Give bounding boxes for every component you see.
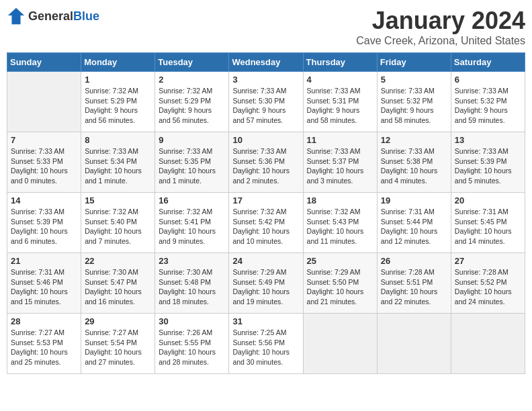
logo-text: GeneralBlue	[28, 9, 99, 24]
day-number: 9	[159, 135, 225, 145]
logo-general: General	[28, 9, 73, 23]
day-number: 12	[381, 135, 447, 145]
day-number: 27	[455, 256, 521, 266]
calendar-week-4: 21Sunrise: 7:31 AMSunset: 5:46 PMDayligh…	[7, 253, 525, 314]
day-number: 31	[232, 316, 299, 326]
day-info: Sunrise: 7:25 AMSunset: 5:56 PMDaylight:…	[232, 328, 299, 367]
logo: GeneralBlue	[7, 7, 99, 26]
day-number: 24	[232, 256, 299, 266]
day-info: Sunrise: 7:33 AMSunset: 5:32 PMDaylight:…	[381, 86, 447, 126]
day-info: Sunrise: 7:32 AMSunset: 5:42 PMDaylight:…	[232, 207, 299, 246]
calendar-cell: 5Sunrise: 7:33 AMSunset: 5:32 PMDaylight…	[377, 72, 451, 132]
day-number: 3	[232, 75, 299, 85]
calendar-cell: 16Sunrise: 7:32 AMSunset: 5:41 PMDayligh…	[155, 193, 229, 253]
header-day-wednesday: Wednesday	[229, 53, 303, 72]
calendar-cell: 7Sunrise: 7:33 AMSunset: 5:33 PMDaylight…	[7, 132, 81, 193]
calendar-cell: 26Sunrise: 7:28 AMSunset: 5:51 PMDayligh…	[377, 253, 451, 314]
calendar-cell: 14Sunrise: 7:33 AMSunset: 5:39 PMDayligh…	[7, 193, 81, 253]
logo-icon	[7, 7, 26, 26]
calendar-cell: 24Sunrise: 7:29 AMSunset: 5:49 PMDayligh…	[229, 253, 303, 314]
calendar-cell: 27Sunrise: 7:28 AMSunset: 5:52 PMDayligh…	[451, 253, 525, 314]
day-info: Sunrise: 7:33 AMSunset: 5:37 PMDaylight:…	[307, 146, 373, 186]
calendar-cell: 31Sunrise: 7:25 AMSunset: 5:56 PMDayligh…	[229, 314, 303, 374]
calendar-cell: 23Sunrise: 7:30 AMSunset: 5:48 PMDayligh…	[155, 253, 229, 314]
calendar-cell: 22Sunrise: 7:30 AMSunset: 5:47 PMDayligh…	[81, 253, 155, 314]
day-number: 13	[455, 135, 521, 145]
calendar-week-5: 28Sunrise: 7:27 AMSunset: 5:53 PMDayligh…	[7, 314, 525, 374]
header-day-saturday: Saturday	[451, 53, 525, 72]
header: GeneralBlue January 2024 Cave Creek, Ari…	[7, 7, 525, 47]
day-number: 6	[455, 75, 521, 85]
calendar-cell	[303, 314, 377, 374]
location-title: Cave Creek, Arizona, United States	[356, 35, 525, 47]
calendar-week-2: 7Sunrise: 7:33 AMSunset: 5:33 PMDaylight…	[7, 132, 525, 193]
calendar-cell	[451, 314, 525, 374]
calendar-cell: 30Sunrise: 7:26 AMSunset: 5:55 PMDayligh…	[155, 314, 229, 374]
day-number: 10	[232, 135, 299, 145]
calendar-cell: 15Sunrise: 7:32 AMSunset: 5:40 PMDayligh…	[81, 193, 155, 253]
calendar-cell: 25Sunrise: 7:29 AMSunset: 5:50 PMDayligh…	[303, 253, 377, 314]
day-info: Sunrise: 7:30 AMSunset: 5:48 PMDaylight:…	[159, 267, 225, 307]
day-number: 11	[307, 135, 373, 145]
calendar-cell: 17Sunrise: 7:32 AMSunset: 5:42 PMDayligh…	[229, 193, 303, 253]
day-info: Sunrise: 7:26 AMSunset: 5:55 PMDaylight:…	[159, 328, 225, 367]
calendar-cell: 12Sunrise: 7:33 AMSunset: 5:38 PMDayligh…	[377, 132, 451, 193]
calendar-table: SundayMondayTuesdayWednesdayThursdayFrid…	[7, 52, 525, 374]
calendar-cell	[7, 72, 81, 132]
day-number: 19	[381, 195, 447, 205]
header-day-thursday: Thursday	[303, 53, 377, 72]
day-number: 1	[85, 75, 151, 85]
day-number: 26	[381, 256, 447, 266]
day-number: 21	[11, 256, 77, 266]
day-info: Sunrise: 7:33 AMSunset: 5:32 PMDaylight:…	[455, 86, 521, 126]
day-info: Sunrise: 7:33 AMSunset: 5:34 PMDaylight:…	[85, 146, 151, 186]
header-day-tuesday: Tuesday	[155, 53, 229, 72]
day-number: 29	[85, 316, 151, 326]
day-number: 22	[85, 256, 151, 266]
calendar-cell: 1Sunrise: 7:32 AMSunset: 5:29 PMDaylight…	[81, 72, 155, 132]
day-info: Sunrise: 7:31 AMSunset: 5:46 PMDaylight:…	[11, 267, 77, 307]
logo-blue: Blue	[73, 9, 99, 23]
day-info: Sunrise: 7:32 AMSunset: 5:40 PMDaylight:…	[85, 207, 151, 246]
day-number: 30	[159, 316, 225, 326]
calendar-cell: 2Sunrise: 7:32 AMSunset: 5:29 PMDaylight…	[155, 72, 229, 132]
day-info: Sunrise: 7:27 AMSunset: 5:54 PMDaylight:…	[85, 328, 151, 367]
day-info: Sunrise: 7:28 AMSunset: 5:51 PMDaylight:…	[381, 267, 447, 307]
day-info: Sunrise: 7:33 AMSunset: 5:38 PMDaylight:…	[381, 146, 447, 186]
day-info: Sunrise: 7:32 AMSunset: 5:43 PMDaylight:…	[307, 207, 373, 246]
day-info: Sunrise: 7:27 AMSunset: 5:53 PMDaylight:…	[11, 328, 77, 367]
day-info: Sunrise: 7:28 AMSunset: 5:52 PMDaylight:…	[455, 267, 521, 307]
svg-marker-0	[8, 8, 24, 24]
day-info: Sunrise: 7:33 AMSunset: 5:31 PMDaylight:…	[307, 86, 373, 126]
day-number: 14	[11, 195, 77, 205]
month-title: January 2024	[356, 7, 525, 35]
day-info: Sunrise: 7:33 AMSunset: 5:30 PMDaylight:…	[232, 86, 299, 126]
calendar-cell: 3Sunrise: 7:33 AMSunset: 5:30 PMDaylight…	[229, 72, 303, 132]
header-day-friday: Friday	[377, 53, 451, 72]
calendar-header-row: SundayMondayTuesdayWednesdayThursdayFrid…	[7, 53, 525, 72]
calendar-cell: 10Sunrise: 7:33 AMSunset: 5:36 PMDayligh…	[229, 132, 303, 193]
day-info: Sunrise: 7:29 AMSunset: 5:50 PMDaylight:…	[307, 267, 373, 307]
day-info: Sunrise: 7:30 AMSunset: 5:47 PMDaylight:…	[85, 267, 151, 307]
day-info: Sunrise: 7:33 AMSunset: 5:39 PMDaylight:…	[455, 146, 521, 186]
day-info: Sunrise: 7:31 AMSunset: 5:45 PMDaylight:…	[455, 207, 521, 246]
day-number: 5	[381, 75, 447, 85]
calendar-cell: 6Sunrise: 7:33 AMSunset: 5:32 PMDaylight…	[451, 72, 525, 132]
calendar-cell: 9Sunrise: 7:33 AMSunset: 5:35 PMDaylight…	[155, 132, 229, 193]
day-info: Sunrise: 7:29 AMSunset: 5:49 PMDaylight:…	[232, 267, 299, 307]
day-number: 18	[307, 195, 373, 205]
calendar-cell: 21Sunrise: 7:31 AMSunset: 5:46 PMDayligh…	[7, 253, 81, 314]
title-area: January 2024 Cave Creek, Arizona, United…	[356, 7, 525, 47]
day-number: 15	[85, 195, 151, 205]
calendar-week-1: 1Sunrise: 7:32 AMSunset: 5:29 PMDaylight…	[7, 72, 525, 132]
day-number: 17	[232, 195, 299, 205]
calendar-cell: 11Sunrise: 7:33 AMSunset: 5:37 PMDayligh…	[303, 132, 377, 193]
day-number: 7	[11, 135, 77, 145]
calendar-cell: 29Sunrise: 7:27 AMSunset: 5:54 PMDayligh…	[81, 314, 155, 374]
calendar-cell: 13Sunrise: 7:33 AMSunset: 5:39 PMDayligh…	[451, 132, 525, 193]
day-number: 25	[307, 256, 373, 266]
day-info: Sunrise: 7:33 AMSunset: 5:36 PMDaylight:…	[232, 146, 299, 186]
calendar-cell: 20Sunrise: 7:31 AMSunset: 5:45 PMDayligh…	[451, 193, 525, 253]
day-number: 20	[455, 195, 521, 205]
calendar-cell: 18Sunrise: 7:32 AMSunset: 5:43 PMDayligh…	[303, 193, 377, 253]
